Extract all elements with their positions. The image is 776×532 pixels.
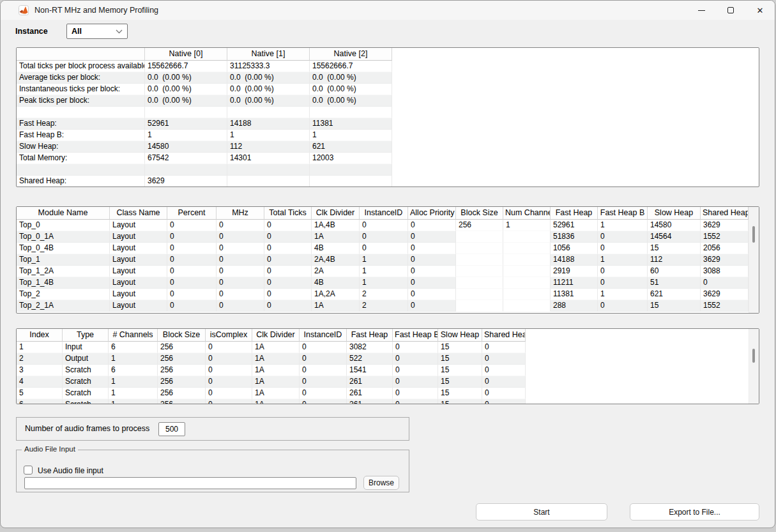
table-cell[interactable]: 0	[408, 220, 456, 231]
table-cell[interactable]: Average ticks per block:	[17, 72, 145, 84]
table-cell[interactable]: 0	[264, 254, 312, 266]
table-cell[interactable]: 1541	[347, 365, 393, 376]
table-cell[interactable]: 1	[360, 277, 408, 289]
table-cell[interactable]: 14188	[227, 118, 310, 130]
table-cell[interactable]: 0	[206, 365, 252, 376]
table-cell[interactable]: 1A	[312, 300, 360, 312]
table-cell[interactable]: 51836	[551, 231, 598, 243]
table-cell[interactable]: 15	[648, 243, 701, 254]
table-cell[interactable]: 1A	[312, 231, 360, 243]
table-cell[interactable]: Top_0_1A	[17, 231, 110, 243]
table-cell[interactable]: 14301	[227, 153, 310, 164]
close-button[interactable]: ✕	[745, 1, 775, 20]
table-cell[interactable]: 0.0 (0.00 %)	[310, 84, 392, 95]
table-cell[interactable]	[456, 254, 503, 266]
table-cell[interactable]: 0	[360, 231, 408, 243]
table-cell[interactable]: Top_0	[17, 220, 110, 231]
table-cell[interactable]: 0	[300, 365, 347, 376]
table-cell[interactable]: 31125333.3	[227, 61, 310, 72]
table-cell[interactable]: 3088	[701, 266, 749, 277]
instance-dropdown[interactable]: All	[66, 24, 128, 39]
table-cell[interactable]: 0	[217, 220, 264, 231]
table-cell[interactable]: 0	[482, 353, 526, 365]
table-cell[interactable]: Top_1_4B	[17, 277, 110, 289]
table-cell[interactable]: 4B	[312, 243, 360, 254]
table-cell[interactable]: 0	[300, 399, 347, 404]
table-cell[interactable]: 0	[701, 277, 749, 289]
table-cell[interactable]: 0	[217, 231, 264, 243]
table-cell[interactable]	[503, 277, 551, 289]
table-cell[interactable]: 11211	[551, 277, 598, 289]
table-cell[interactable]: 288	[551, 300, 598, 312]
table-cell[interactable]	[503, 289, 551, 300]
table-cell[interactable]: 0	[206, 342, 252, 353]
table-cell[interactable]: Fast Heap:	[17, 118, 145, 130]
table-cell[interactable]: 51	[648, 277, 701, 289]
table-cell[interactable]	[456, 277, 503, 289]
table-cell[interactable]	[310, 176, 392, 187]
table-cell[interactable]: 261	[347, 388, 393, 399]
table-cell[interactable]: 0	[264, 289, 312, 300]
table-cell[interactable]: 6	[109, 342, 158, 353]
table-cell[interactable]: 0	[598, 243, 648, 254]
table-cell[interactable]: 0.0 (0.00 %)	[310, 95, 392, 107]
table-cell[interactable]: 0	[167, 300, 217, 312]
table-cell[interactable]: 14580	[648, 220, 701, 231]
table-cell[interactable]: Input	[63, 342, 109, 353]
table-cell[interactable]: 0	[393, 376, 438, 388]
table-cell[interactable]: 14580	[145, 141, 227, 153]
table-cell[interactable]	[227, 107, 310, 118]
table-cell[interactable]: 0.0 (0.00 %)	[145, 72, 227, 84]
vertical-scrollbar[interactable]	[752, 226, 755, 243]
table-cell[interactable]: 0.0 (0.00 %)	[145, 84, 227, 95]
table-cell[interactable]: 0	[264, 300, 312, 312]
table-cell[interactable]: 0	[206, 388, 252, 399]
table-cell[interactable]: 0	[393, 353, 438, 365]
table-cell[interactable]: 0	[598, 300, 648, 312]
use-audio-file-checkbox[interactable]	[24, 466, 33, 475]
table-cell[interactable]: 3629	[701, 289, 749, 300]
table-cell[interactable]: Top_2_1A	[17, 300, 110, 312]
table-cell[interactable]: 256	[158, 388, 206, 399]
table-cell[interactable]: Peak ticks per block:	[17, 95, 145, 107]
table-cell[interactable]: 1	[17, 342, 63, 353]
table-cell[interactable]: Layout	[110, 289, 167, 300]
table-cell[interactable]: 0	[598, 277, 648, 289]
table-cell[interactable]: 15	[438, 399, 482, 404]
table-cell[interactable]: 0	[264, 266, 312, 277]
table-cell[interactable]: 0	[167, 277, 217, 289]
table-cell[interactable]: Slow Heap:	[17, 141, 145, 153]
table-cell[interactable]: 256	[158, 342, 206, 353]
table-cell[interactable]: 0	[217, 289, 264, 300]
table-cell[interactable]: 1	[109, 399, 158, 404]
table-cell[interactable]: Fast Heap B:	[17, 130, 145, 141]
scrollbar-track[interactable]	[749, 329, 759, 404]
table-cell[interactable]: 4B	[312, 277, 360, 289]
table-cell[interactable]: 15	[438, 342, 482, 353]
table-cell[interactable]: 12003	[310, 153, 392, 164]
table-cell[interactable]	[17, 164, 145, 176]
table-cell[interactable]: 256	[158, 376, 206, 388]
table-cell[interactable]: 3629	[701, 220, 749, 231]
table-cell[interactable]: 15562666.7	[310, 61, 392, 72]
table-cell[interactable]: 0	[393, 388, 438, 399]
table-cell[interactable]: 0	[598, 266, 648, 277]
table-cell[interactable]: 1A	[252, 388, 300, 399]
table-cell[interactable]: 0	[264, 220, 312, 231]
table-cell[interactable]: 0	[167, 220, 217, 231]
table-cell[interactable]: 14188	[551, 254, 598, 266]
table-cell[interactable]: 1552	[701, 300, 749, 312]
table-cell[interactable]: 60	[648, 266, 701, 277]
table-cell[interactable]: Output	[63, 353, 109, 365]
table-cell[interactable]	[456, 289, 503, 300]
table-cell[interactable]: 0.0 (0.00 %)	[227, 95, 310, 107]
table-cell[interactable]: 0	[393, 365, 438, 376]
table-cell[interactable]	[17, 107, 145, 118]
table-cell[interactable]	[503, 231, 551, 243]
table-cell[interactable]	[503, 266, 551, 277]
table-cell[interactable]: 2056	[701, 243, 749, 254]
table-cell[interactable]: 0	[264, 277, 312, 289]
table-cell[interactable]: 0	[598, 231, 648, 243]
table-cell[interactable]	[503, 300, 551, 312]
table-cell[interactable]: 3082	[347, 342, 393, 353]
